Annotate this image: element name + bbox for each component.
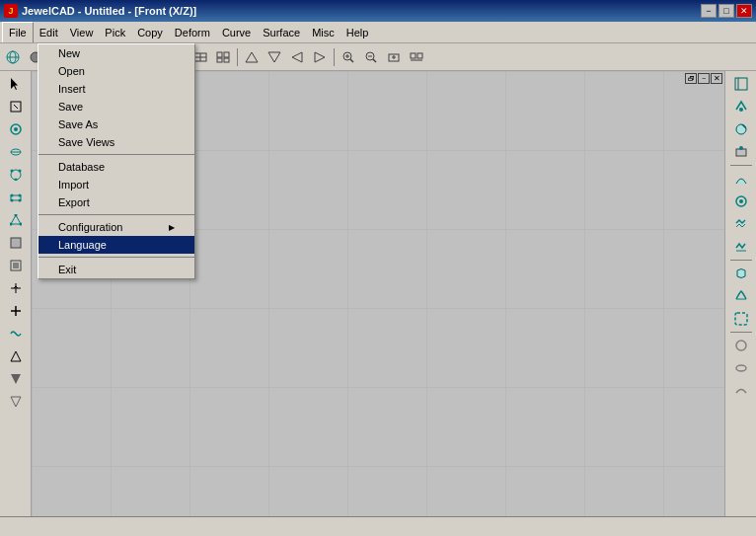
toolbar-sep-3 [334, 48, 335, 66]
tool-wave1[interactable] [4, 323, 28, 345]
svg-point-79 [739, 199, 743, 203]
tool-5[interactable] [4, 164, 28, 186]
zoom-out-icon[interactable] [360, 46, 382, 68]
svg-marker-24 [315, 52, 325, 62]
zoom-fit-icon[interactable] [383, 46, 405, 68]
inner-minimize-button[interactable]: − [698, 73, 710, 84]
svg-rect-60 [13, 263, 19, 268]
svg-marker-38 [11, 78, 18, 90]
close-button[interactable]: ✕ [736, 4, 752, 18]
svg-point-77 [739, 146, 743, 150]
svg-point-46 [10, 170, 13, 173]
menu-item-export[interactable]: Export [38, 193, 194, 211]
tri4-icon[interactable] [309, 46, 331, 68]
menu-item-new[interactable]: New [38, 44, 194, 62]
menu-surface[interactable]: Surface [257, 22, 306, 42]
svg-rect-72 [735, 78, 747, 90]
menu-item-insert[interactable]: Insert [38, 80, 194, 98]
svg-rect-17 [217, 52, 222, 57]
zoom-in-icon[interactable] [338, 46, 359, 68]
svg-rect-35 [411, 53, 416, 58]
right-tool-8[interactable] [729, 236, 753, 258]
select-tool[interactable] [4, 73, 28, 95]
right-tool-7[interactable] [729, 213, 753, 235]
configuration-label: Configuration [58, 221, 122, 233]
svg-marker-67 [11, 351, 21, 361]
menu-view[interactable]: View [64, 22, 100, 42]
right-tool-10[interactable] [729, 285, 753, 307]
menu-item-exit[interactable]: Exit [38, 261, 194, 278]
right-tool-4[interactable] [729, 141, 753, 163]
minimize-button[interactable]: − [701, 4, 717, 18]
menu-item-open[interactable]: Open [38, 62, 194, 80]
globe-icon[interactable] [2, 46, 24, 68]
right-tool-9[interactable] [729, 263, 753, 284]
svg-rect-36 [417, 53, 422, 58]
tool-9[interactable] [4, 255, 28, 276]
menu-item-save[interactable]: Save [38, 98, 194, 115]
tri2-icon[interactable] [264, 46, 285, 68]
right-tool-12[interactable] [729, 335, 753, 356]
menu-sep-3 [38, 257, 194, 258]
menu-file[interactable]: File [2, 22, 34, 42]
menu-deform[interactable]: Deform [169, 22, 216, 42]
right-tool-2[interactable] [729, 96, 753, 117]
tool-7[interactable] [4, 209, 28, 231]
menu-edit[interactable]: Edit [34, 22, 64, 42]
tool-4[interactable] [4, 141, 28, 163]
svg-line-40 [14, 105, 18, 109]
menu-item-configuration[interactable]: Configuration ▶ [38, 218, 194, 236]
inner-close-button[interactable]: ✕ [711, 73, 722, 84]
right-tool-14[interactable] [729, 380, 753, 402]
right-sep-3 [730, 332, 752, 333]
maximize-button[interactable]: □ [718, 4, 734, 18]
svg-point-42 [14, 127, 18, 131]
menu-copy[interactable]: Copy [131, 22, 169, 42]
status-bar [0, 516, 756, 536]
right-tool-6[interactable] [729, 191, 753, 212]
more-icon[interactable] [406, 46, 427, 68]
right-tool-13[interactable] [729, 357, 753, 379]
inner-restore-button[interactable]: 🗗 [685, 73, 697, 84]
svg-point-47 [18, 170, 21, 173]
tool-crosshair[interactable] [4, 277, 28, 299]
menu-item-import[interactable]: Import [38, 176, 194, 193]
right-tool-1[interactable] [729, 73, 753, 95]
rect6-icon[interactable] [212, 46, 234, 68]
right-tool-3[interactable] [729, 118, 753, 140]
tool-plus[interactable] [4, 300, 28, 322]
svg-rect-82 [735, 313, 747, 325]
menu-item-database[interactable]: Database [38, 158, 194, 176]
tri3-icon[interactable] [286, 46, 308, 68]
svg-rect-58 [11, 238, 21, 248]
tool-2[interactable] [4, 96, 28, 117]
menu-misc[interactable]: Misc [306, 22, 340, 42]
svg-point-74 [739, 108, 743, 112]
tool-tri-outline[interactable] [4, 391, 28, 413]
title-bar: J JewelCAD - Untitled - [Front (X/Z)] − … [0, 0, 756, 22]
tri1-icon[interactable] [241, 46, 263, 68]
svg-rect-76 [736, 149, 746, 156]
menu-item-save-as[interactable]: Save As [38, 115, 194, 133]
tool-tri-down[interactable] [4, 368, 28, 390]
menu-item-save-views[interactable]: Save Views [38, 133, 194, 151]
svg-rect-19 [217, 58, 222, 62]
svg-line-30 [373, 59, 376, 62]
menu-item-language[interactable]: Language [38, 236, 194, 254]
inner-window-controls[interactable]: 🗗 − ✕ [683, 71, 724, 86]
svg-point-51 [18, 194, 21, 197]
svg-marker-23 [292, 52, 302, 62]
left-toolbar [0, 71, 32, 516]
menu-pick[interactable]: Pick [99, 22, 131, 42]
title-bar-left: J JewelCAD - Untitled - [Front (X/Z)] [4, 4, 196, 18]
tool-3[interactable] [4, 118, 28, 140]
tool-triangle[interactable] [4, 345, 28, 367]
tool-6[interactable] [4, 187, 28, 208]
tool-8[interactable] [4, 232, 28, 254]
title-controls[interactable]: − □ ✕ [701, 4, 752, 18]
svg-rect-20 [224, 58, 229, 62]
right-tool-5[interactable] [729, 168, 753, 190]
menu-curve[interactable]: Curve [216, 22, 257, 42]
menu-help[interactable]: Help [340, 22, 375, 42]
right-tool-11[interactable] [729, 308, 753, 330]
